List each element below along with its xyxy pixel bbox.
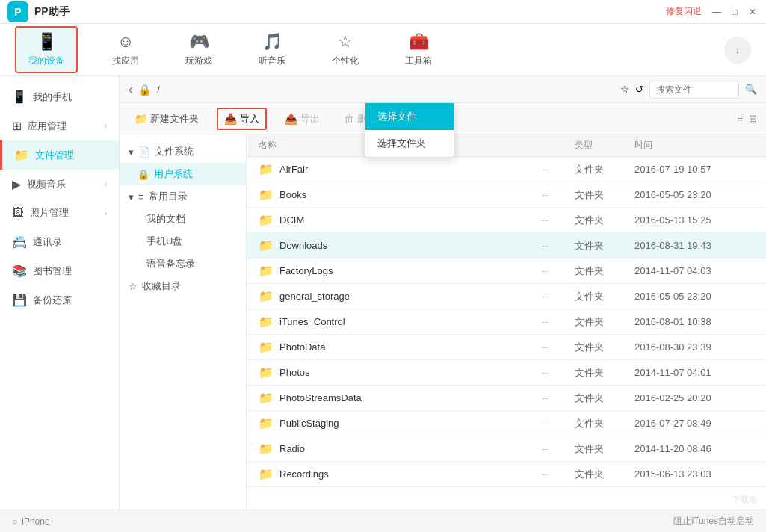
status-left: ○ iPhone bbox=[12, 516, 50, 527]
refresh-icon[interactable]: ↺ bbox=[635, 84, 643, 95]
nav-find-app[interactable]: ☺ 找应用 bbox=[100, 28, 151, 72]
sidebar-item-book-mgmt[interactable]: 📚 图书管理 bbox=[0, 256, 119, 285]
app-mgmt-arrow: › bbox=[105, 122, 107, 130]
import-icon: 📥 bbox=[224, 113, 237, 125]
tree-my-docs[interactable]: 我的文档 bbox=[120, 208, 246, 230]
sidebar-item-contacts[interactable]: 📇 通讯录 bbox=[0, 227, 119, 256]
tree-common-dir[interactable]: ▾ ≡ 常用目录 bbox=[120, 185, 246, 208]
nav-personalize[interactable]: ☆ 个性化 bbox=[320, 28, 371, 72]
tree-favorites[interactable]: ☆ 收藏目录 bbox=[120, 275, 246, 297]
table-row[interactable]: 📁iTunes_Control -- 文件夹 2016-08-01 10:38 bbox=[247, 309, 766, 335]
music-label: 听音乐 bbox=[259, 55, 285, 67]
grid-view-icon[interactable]: ⊞ bbox=[749, 113, 757, 124]
import-dropdown: 选择文件 选择文件夹 bbox=[365, 102, 454, 158]
video-music-arrow: › bbox=[105, 180, 107, 188]
book-mgmt-label: 图书管理 bbox=[33, 265, 72, 278]
find-app-icon: ☺ bbox=[117, 32, 134, 52]
star-icon[interactable]: ☆ bbox=[620, 84, 629, 95]
search-icon[interactable]: 🔍 bbox=[745, 84, 757, 95]
phone-udisk-label: 手机U盘 bbox=[146, 235, 182, 248]
export-label: 导出 bbox=[300, 112, 320, 126]
list-view-icon[interactable]: ≡ bbox=[737, 113, 743, 124]
app-logo: P bbox=[7, 1, 28, 22]
contacts-label: 通讯录 bbox=[33, 235, 62, 249]
personalize-label: 个性化 bbox=[332, 55, 359, 67]
app-mgmt-label: 应用管理 bbox=[28, 120, 67, 133]
video-music-icon: ▶ bbox=[12, 177, 21, 191]
tree-voice-memo[interactable]: 语音备忘录 bbox=[120, 253, 246, 275]
maximize-btn[interactable]: □ bbox=[729, 6, 741, 18]
table-row[interactable]: 📁Books -- 文件夹 2016-05-05 23:20 bbox=[247, 182, 766, 208]
close-btn[interactable]: ✕ bbox=[747, 6, 759, 18]
export-button[interactable]: 📤 导出 bbox=[279, 109, 326, 129]
folder-icon: 📁 bbox=[259, 365, 274, 380]
games-icon: 🎮 bbox=[189, 32, 209, 52]
table-row[interactable]: 📁Recordings -- 文件夹 2015-06-13 23:03 bbox=[247, 462, 766, 487]
address-path: / bbox=[157, 84, 160, 95]
table-row[interactable]: 📁Radio -- 文件夹 2014-11-20 08:46 bbox=[247, 436, 766, 462]
table-row[interactable]: 📁general_storage -- 文件夹 2016-05-05 23:20 bbox=[247, 284, 766, 309]
file-list-header: 名称 类型 时间 bbox=[247, 134, 766, 157]
folder-icon: 📁 bbox=[259, 391, 274, 405]
select-folder-option[interactable]: 选择文件夹 bbox=[365, 130, 454, 157]
address-right: ☆ ↺ 🔍 bbox=[620, 81, 757, 99]
photo-mgmt-label: 照片管理 bbox=[30, 206, 69, 220]
fav-icon: ☆ bbox=[129, 281, 138, 292]
search-input[interactable] bbox=[649, 81, 739, 99]
select-file-option[interactable]: 选择文件 bbox=[365, 103, 454, 130]
tree-filesystem[interactable]: ▾ 📄 文件系统 bbox=[120, 140, 246, 163]
nav-toolbox[interactable]: 🧰 工具箱 bbox=[393, 28, 444, 72]
sidebar-item-my-phone[interactable]: 📱 我的手机 bbox=[0, 82, 119, 111]
address-bar: ‹ 🔒 / ☆ ↺ 🔍 bbox=[120, 76, 766, 103]
folder-icon: 📁 bbox=[259, 442, 274, 456]
games-label: 玩游戏 bbox=[185, 55, 212, 67]
nav-music[interactable]: 🎵 听音乐 bbox=[247, 28, 297, 72]
sidebar-item-photo-mgmt[interactable]: 🖼 照片管理 › bbox=[0, 199, 119, 227]
table-row[interactable]: 📁DCIM -- 文件夹 2016-05-13 15:25 bbox=[247, 208, 766, 233]
titlebar: P PP助手 修复闪退 — □ ✕ bbox=[0, 0, 766, 24]
minimize-btn[interactable]: — bbox=[711, 6, 723, 18]
fs-expand-arrow: ▾ bbox=[129, 146, 134, 158]
photo-mgmt-icon: 🖼 bbox=[12, 206, 24, 220]
left-tree-panel: ▾ 📄 文件系统 🔒 用户系统 ▾ ≡ 常用目录 我的文档 手机U盘 bbox=[120, 134, 247, 510]
sidebar-item-backup[interactable]: 💾 备份还原 bbox=[0, 285, 119, 315]
table-row[interactable]: 📁PublicStaging -- 文件夹 2016-07-27 08:49 bbox=[247, 411, 766, 436]
sidebar-item-video-music[interactable]: ▶ 视频音乐 › bbox=[0, 170, 119, 199]
tree-user-system[interactable]: 🔒 用户系统 bbox=[120, 163, 246, 185]
toolbox-icon: 🧰 bbox=[409, 32, 429, 52]
table-row[interactable]: 📁FactoryLogs -- 文件夹 2014-11-07 04:03 bbox=[247, 259, 766, 284]
nav-my-device[interactable]: 📱 我的设备 bbox=[15, 26, 78, 73]
folder-icon: 📁 bbox=[259, 315, 274, 329]
table-row[interactable]: 📁PhotoStreamsData -- 文件夹 2016-02-25 20:2… bbox=[247, 386, 766, 411]
folder-icon: 📁 bbox=[259, 238, 274, 253]
file-list: 名称 类型 时间 📁AirFair -- 文件夹 2016-07-19 10:5… bbox=[247, 134, 766, 510]
photo-mgmt-arrow: › bbox=[105, 209, 107, 217]
table-row[interactable]: 📁AirFair -- 文件夹 2016-07-19 10:57 bbox=[247, 157, 766, 182]
cd-label: 常用目录 bbox=[149, 190, 188, 203]
delete-icon: 🗑 bbox=[344, 113, 354, 125]
nav-games[interactable]: 🎮 玩游戏 bbox=[173, 28, 224, 72]
app-name: PP助手 bbox=[34, 5, 70, 19]
file-content: ▾ 📄 文件系统 🔒 用户系统 ▾ ≡ 常用目录 我的文档 手机U盘 bbox=[120, 134, 766, 510]
back-button[interactable]: ‹ bbox=[129, 83, 132, 96]
fs-icon: 📄 bbox=[138, 146, 150, 158]
table-row[interactable]: 📁PhotoData -- 文件夹 2016-08-30 23:39 bbox=[247, 335, 766, 360]
tree-phone-udisk[interactable]: 手机U盘 bbox=[120, 230, 246, 253]
folder-icon: 📁 bbox=[259, 188, 274, 202]
music-icon: 🎵 bbox=[262, 32, 282, 52]
repair-link[interactable]: 修复闪退 bbox=[666, 5, 702, 18]
import-button[interactable]: 📥 导入 bbox=[217, 108, 267, 130]
user-system-label: 用户系统 bbox=[154, 167, 193, 181]
table-row[interactable]: 📁Photos -- 文件夹 2014-11-07 04:01 bbox=[247, 360, 766, 386]
watermark: 下载地 bbox=[732, 494, 757, 505]
toolbox-label: 工具箱 bbox=[405, 55, 432, 67]
new-folder-button[interactable]: 📁 新建文件夹 bbox=[129, 109, 205, 129]
device-status-icon: ○ bbox=[12, 516, 17, 527]
download-icon: ↓ bbox=[735, 44, 741, 55]
sidebar-item-file-mgmt[interactable]: 📁 文件管理 bbox=[0, 140, 119, 170]
sidebar-item-app-mgmt[interactable]: ⊞ 应用管理 › bbox=[0, 111, 119, 140]
import-label: 导入 bbox=[240, 112, 259, 126]
table-row[interactable]: 📁Downloads -- 文件夹 2016-08-31 19:43 bbox=[247, 233, 766, 259]
download-btn[interactable]: ↓ bbox=[724, 37, 751, 64]
titlebar-right: 修复闪退 — □ ✕ bbox=[666, 5, 759, 18]
